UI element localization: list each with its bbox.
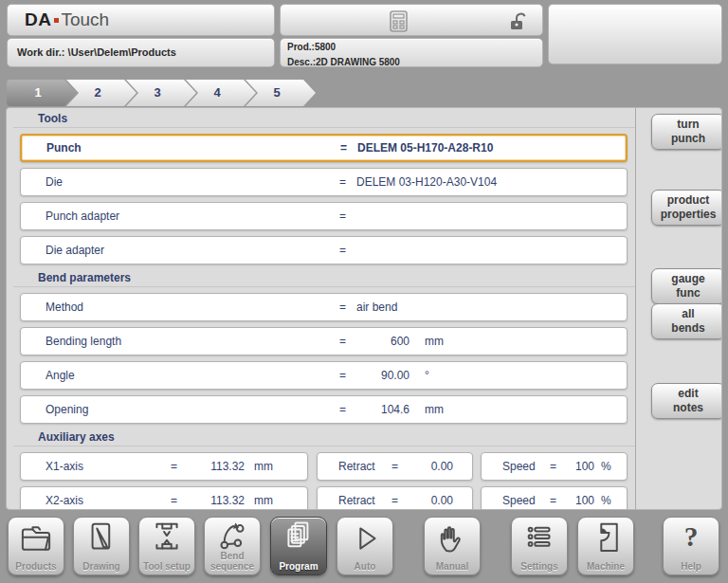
die-adapter-row[interactable]: Die adapter =: [20, 236, 628, 264]
punch-row[interactable]: Punch = DELEM 05-H170-A28-R10: [20, 134, 628, 162]
opening-label: Opening: [46, 396, 88, 423]
product-info-panel: Prod.:5800 Desc.:2D DRAWING 5800: [280, 38, 543, 67]
drawing-icon: [81, 519, 122, 557]
angle-unit: °: [425, 362, 429, 389]
section-title-tools: Tools: [13, 108, 635, 128]
header-empty-panel: [548, 4, 722, 64]
x1-speed-field[interactable]: Speed = 100 %: [481, 452, 628, 481]
program-panel: Tools Punch = DELEM 05-H170-A28-R10 Die …: [6, 107, 722, 510]
tab-step-5[interactable]: 5: [246, 80, 316, 106]
edit-notes-button[interactable]: edit notes: [651, 383, 722, 419]
auto-button[interactable]: Auto: [337, 517, 393, 575]
equals-sign: =: [550, 453, 556, 480]
bending-length-row[interactable]: Bending length = 600 mm: [20, 327, 628, 355]
help-icon: ?: [670, 519, 712, 557]
x2-axis-row: X2-axis = 113.32 mm Retract = 0.00 Speed…: [13, 486, 635, 510]
settings-button[interactable]: Settings: [511, 517, 568, 575]
tab-step-4[interactable]: 4: [186, 80, 256, 106]
die-adapter-label: Die adapter: [46, 237, 104, 264]
folder-icon: [15, 519, 57, 557]
side-button-column: turn punch product properties gauge func…: [637, 108, 722, 509]
punch-label: Punch: [46, 136, 82, 160]
method-value: air bend: [356, 294, 397, 320]
x2-axis-value: 113.32: [190, 487, 245, 510]
products-button[interactable]: Products: [8, 517, 64, 575]
x2-axis-label: X2-axis: [46, 487, 83, 510]
opening-value: 104.6: [356, 396, 410, 423]
product-properties-button[interactable]: product properties: [651, 190, 722, 226]
unlock-icon[interactable]: [508, 10, 531, 36]
logo-touch-text: Touch: [61, 9, 109, 29]
drawing-button[interactable]: Drawing: [73, 517, 130, 575]
machine-button[interactable]: Machine: [577, 517, 634, 575]
equals-sign: =: [339, 294, 346, 320]
svg-text:?: ?: [684, 521, 699, 552]
auto-icon: [344, 519, 386, 557]
header-status-panel: [280, 4, 543, 36]
x2-axis-field[interactable]: X2-axis = 113.32 mm: [20, 486, 308, 510]
x1-axis-value: 113.32: [190, 453, 245, 480]
angle-row[interactable]: Angle = 90.00 °: [20, 361, 628, 390]
equals-sign: =: [550, 487, 556, 510]
x1-axis-unit: mm: [254, 453, 273, 480]
speed-unit: %: [601, 453, 611, 480]
logo-red-dot: [54, 18, 59, 23]
equals-sign: =: [339, 396, 346, 423]
turn-punch-button[interactable]: turn punch: [651, 114, 722, 150]
equals-sign: =: [339, 203, 346, 229]
speed-label: Speed: [502, 453, 536, 480]
tab-step-2[interactable]: 2: [66, 80, 136, 106]
angle-value: 90.00: [356, 362, 410, 389]
tool-setup-icon: [146, 519, 188, 557]
x2-axis-unit: mm: [254, 487, 273, 510]
help-button[interactable]: ? Help: [663, 517, 719, 575]
equals-sign: =: [340, 136, 347, 160]
x1-axis-label: X1-axis: [46, 453, 83, 480]
speed-label: Speed: [502, 487, 536, 510]
equals-sign: =: [339, 237, 346, 264]
tab-step-3[interactable]: 3: [126, 80, 196, 106]
machine-icon: [585, 519, 627, 557]
retract-label: Retract: [338, 487, 375, 510]
equals-sign: =: [171, 487, 177, 510]
retract-value: 0.00: [408, 487, 453, 510]
method-row[interactable]: Method = air bend: [20, 293, 628, 321]
x2-speed-field[interactable]: Speed = 100 %: [481, 486, 628, 510]
parameter-rows: Tools Punch = DELEM 05-H170-A28-R10 Die …: [13, 108, 636, 509]
equals-sign: =: [339, 362, 346, 389]
equals-sign: =: [391, 453, 398, 480]
opening-row[interactable]: Opening = 104.6 mm: [20, 395, 628, 424]
manual-icon: [431, 519, 473, 557]
x1-axis-row: X1-axis = 113.32 mm Retract = 0.00 Speed…: [13, 452, 635, 481]
method-label: Method: [46, 294, 83, 320]
all-bends-button[interactable]: all bends: [651, 303, 722, 339]
app-logo: DATouch: [8, 5, 274, 36]
equals-sign: =: [171, 453, 177, 480]
tool-setup-button[interactable]: Tool setup: [138, 517, 195, 575]
angle-label: Angle: [46, 362, 75, 389]
desc-text: Desc.:2D DRAWING 5800: [281, 54, 542, 69]
speed-value: 100: [562, 487, 594, 510]
punch-adapter-row[interactable]: Punch adapter =: [20, 202, 628, 230]
main-toolbar: Products Drawing Tool setup Bend sequen: [0, 515, 728, 583]
x1-retract-field[interactable]: Retract = 0.00: [317, 452, 473, 481]
equals-sign: =: [391, 487, 398, 510]
retract-label: Retract: [338, 453, 375, 480]
bend-sequence-button[interactable]: Bend sequence: [204, 517, 261, 575]
manual-button[interactable]: Manual: [424, 517, 481, 575]
bending-length-unit: mm: [425, 328, 444, 355]
prod-text: Prod.:5800: [281, 39, 542, 54]
gauge-func-button[interactable]: gauge func: [651, 268, 722, 304]
speed-value: 100: [562, 453, 594, 480]
bending-length-value: 600: [356, 328, 410, 355]
x1-axis-field[interactable]: X1-axis = 113.32 mm: [20, 452, 308, 481]
calculator-icon[interactable]: [388, 9, 410, 37]
die-row[interactable]: Die = DELEM 03-H120-A30-V104: [20, 168, 628, 196]
die-label: Die: [46, 169, 63, 195]
program-button[interactable]: Program: [270, 517, 327, 575]
speed-unit: %: [601, 487, 611, 510]
x2-retract-field[interactable]: Retract = 0.00: [317, 486, 473, 510]
punch-value: DELEM 05-H170-A28-R10: [357, 136, 493, 160]
equals-sign: =: [339, 169, 346, 195]
tab-step-1[interactable]: 1: [7, 80, 77, 106]
